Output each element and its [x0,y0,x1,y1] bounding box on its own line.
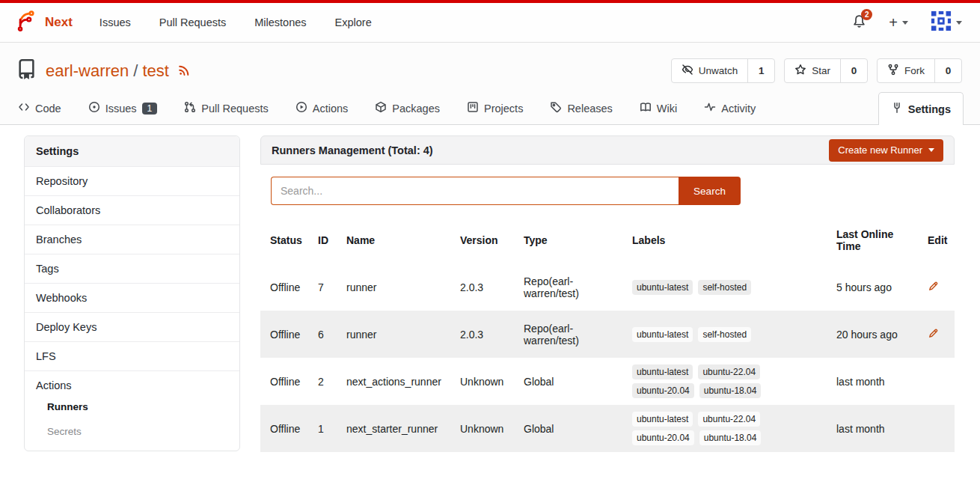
tab-label: Issues [105,103,137,115]
runner-label: ubuntu-latest [632,412,693,427]
runner-label: ubuntu-latest [632,364,693,379]
issue-icon [88,101,100,115]
runner-label: self-hosted [698,327,751,342]
sidebar-item-runners[interactable]: Runners [36,398,228,416]
runner-type: Global [524,423,632,435]
sidebar-item-tags[interactable]: Tags [25,254,239,284]
runner-last-online: 20 hours ago [836,329,928,341]
sidebar-item-secrets[interactable]: Secrets [36,423,228,441]
runner-label: ubuntu-20.04 [632,430,694,445]
sidebar-item-lfs[interactable]: LFS [25,342,239,371]
sidebar-item-webhooks[interactable]: Webhooks [25,284,239,313]
search-button[interactable]: Search [679,177,741,205]
runner-labels: ubuntu-latestself-hosted [632,327,836,342]
repo-action-buttons: Unwatch1Star0Fork0 [671,58,962,83]
eye-slash-icon [682,64,693,78]
repo-name-link[interactable]: test [142,61,168,81]
runner-id: 7 [318,281,346,293]
breadcrumb: earl-warren / test [46,61,191,81]
repo-action-star: Star0 [784,58,868,83]
runner-status: Offline [270,423,318,435]
tab-issues[interactable]: Issues1 [87,92,159,124]
pull-request-icon [184,101,196,115]
runner-type: Repo(earl-warren/test) [524,275,632,299]
sidebar-item-branches[interactable]: Branches [25,225,239,254]
tab-settings[interactable]: Settings [878,92,964,125]
table-row: Offline7runner2.0.3Repo(earl-warren/test… [260,263,955,311]
column-header-labels: Labels [632,234,836,246]
runner-version: Unknown [460,376,524,388]
sidebar-item-collaborators[interactable]: Collaborators [25,196,239,225]
tab-label: Releases [567,103,612,115]
star-icon [794,64,806,78]
tab-code[interactable]: Code [16,92,63,124]
sidebar-actions-label[interactable]: Actions [36,379,228,391]
chevron-down-icon [956,21,962,25]
nav-item-explore[interactable]: Explore [335,16,372,28]
panel-header: Runners Management (Total: 4) Create new… [260,135,955,165]
notifications-button[interactable]: 2 [852,14,866,31]
create-new-button[interactable]: + [889,14,908,31]
runner-label: ubuntu-20.04 [632,383,694,398]
tab-label: Projects [484,103,523,115]
fork-label: Fork [904,65,925,76]
sidebar-item-repository[interactable]: Repository [25,167,239,196]
sidebar-item-actions[interactable]: Actions RunnersSecrets [25,371,239,451]
nav-item-milestones[interactable]: Milestones [254,16,306,28]
tab-actions[interactable]: Actions [294,92,350,124]
brand-name: Next [45,15,73,30]
unwatch-label: Unwatch [699,65,738,76]
nav-item-pull-requests[interactable]: Pull Requests [159,16,226,28]
tab-activity[interactable]: Activity [702,92,757,124]
edit-runner-button[interactable] [928,328,939,339]
unwatch-button[interactable]: Unwatch [672,59,748,82]
forgejo-logo-icon [15,10,37,35]
runner-label: ubuntu-18.04 [699,430,762,445]
star-button[interactable]: Star [785,59,840,82]
tab-label: Code [35,103,61,115]
runner-edit-cell [928,328,955,341]
runner-labels: ubuntu-latestubuntu-22.04ubuntu-20.04ubu… [632,412,836,445]
issues-count-badge: 1 [142,103,158,115]
column-header-status: Status [270,234,318,246]
tab-packages[interactable]: Packages [373,92,441,124]
runner-status: Offline [270,281,318,293]
star-count[interactable]: 0 [840,59,867,82]
repo-owner-link[interactable]: earl-warren [46,61,129,81]
tab-label: Packages [392,103,440,115]
runners-table: StatusIDNameVersionTypeLabelsLast Online… [260,217,955,452]
runner-type-text: Repo(earl-warren/test) [524,323,600,347]
fork-count[interactable]: 0 [934,59,961,82]
tab-projects[interactable]: Projects [465,92,524,124]
runner-type: Global [524,376,632,388]
tab-pull-requests[interactable]: Pull Requests [183,92,269,124]
user-menu-button[interactable] [931,10,962,34]
nav-item-issues[interactable]: Issues [99,16,131,28]
repo-tabbar: CodeIssues1Pull RequestsActionsPackagesP… [0,92,980,125]
rss-feed-icon[interactable] [178,61,191,81]
create-new-runner-button[interactable]: Create new Runner [829,139,943,162]
runner-type-text: Global [524,423,554,435]
repo-action-fork: Fork0 [877,58,962,83]
edit-runner-button[interactable] [928,281,939,292]
unwatch-count[interactable]: 1 [747,59,774,82]
tab-label: Activity [721,103,756,115]
star-label: Star [812,65,830,76]
runner-search: Search [271,177,944,205]
runner-label: ubuntu-latest [632,327,693,342]
runner-last-online: 5 hours ago [836,281,928,293]
breadcrumb-separator: / [133,61,138,81]
table-row: Offline1next_starter_runnerUnknownGlobal… [260,405,955,452]
runner-version: Unknown [460,423,524,435]
chevron-down-icon [928,148,934,152]
fork-button[interactable]: Fork [878,59,934,82]
search-input[interactable] [271,177,679,205]
tab-label: Pull Requests [201,103,268,115]
tab-wiki[interactable]: Wiki [638,92,679,124]
brand[interactable]: Next [15,10,73,35]
runner-name: runner [346,329,460,341]
actions-icon [295,101,307,115]
repo-action-unwatch: Unwatch1 [671,58,776,83]
sidebar-item-deploy-keys[interactable]: Deploy Keys [25,313,239,342]
tab-releases[interactable]: Releases [548,92,613,124]
